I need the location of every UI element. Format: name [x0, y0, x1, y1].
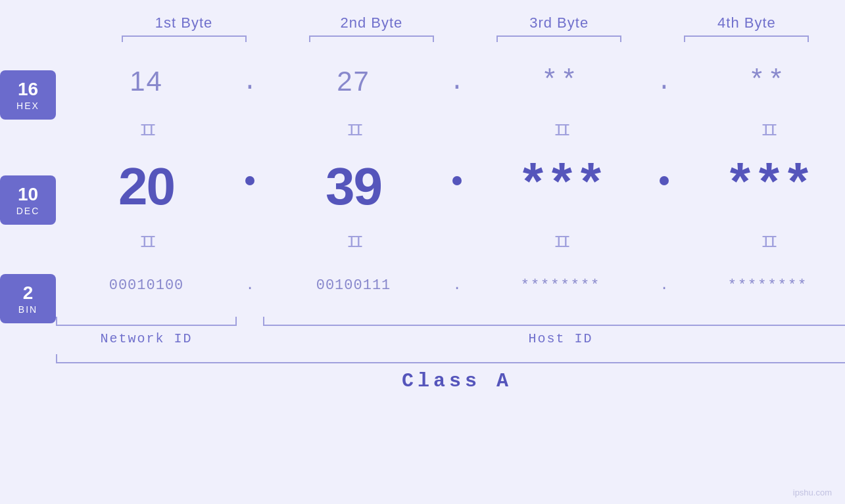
- sep3-hex: .: [651, 68, 677, 96]
- dec-badge: 10 DEC: [0, 175, 56, 225]
- host-id-bracket: [263, 317, 845, 326]
- equals-row-1: II II II II: [56, 114, 845, 147]
- bin-badge: 2 BIN: [0, 274, 56, 323]
- dec-byte2: 39: [326, 157, 381, 216]
- hex-byte4: **: [748, 66, 786, 97]
- host-id-label: Host ID: [263, 331, 845, 346]
- dec-byte3: ***: [517, 157, 604, 217]
- byte-header-3: 3rd Byte: [477, 14, 641, 32]
- hex-row: 14 . 27 . ** . **: [56, 49, 845, 114]
- sep1-bin: .: [237, 277, 263, 294]
- sep1-dec: [245, 176, 254, 185]
- hex-byte2: 27: [337, 66, 370, 97]
- dec-byte4: ***: [724, 157, 811, 217]
- dec-row: 20 39 *** ***: [56, 147, 845, 226]
- hex-badge: 16 HEX: [0, 70, 56, 120]
- class-label: Class A: [56, 370, 845, 392]
- byte-header-2: 2nd Byte: [289, 14, 453, 32]
- byte-header-1: 1st Byte: [102, 14, 266, 32]
- bin-byte2: 00100111: [316, 277, 391, 294]
- bin-byte1: 00010100: [109, 277, 184, 294]
- bin-byte3: ********: [521, 277, 601, 294]
- watermark: ipshu.com: [793, 488, 832, 497]
- id-labels-row: Network ID Host ID: [56, 331, 845, 346]
- sep1-hex: .: [237, 68, 263, 96]
- sep2-hex: .: [444, 68, 470, 96]
- network-id-bracket: [56, 317, 237, 326]
- sep3-dec: [660, 176, 669, 185]
- eq2-byte2: II: [263, 233, 444, 252]
- eq1-byte2: II: [263, 121, 444, 141]
- eq1-byte1: II: [56, 121, 237, 141]
- eq1-byte4: II: [677, 121, 845, 141]
- eq2-byte1: II: [56, 233, 237, 252]
- eq2-byte3: II: [470, 233, 651, 252]
- sep2-dec: [452, 176, 462, 185]
- eq2-byte4: II: [677, 233, 845, 252]
- bottom-bracket-row: [56, 317, 845, 326]
- bin-byte4: ********: [728, 277, 808, 294]
- sep2-bin: .: [444, 277, 470, 294]
- byte-header-4: 4th Byte: [665, 14, 829, 32]
- bin-row: 00010100 . 00100111 . ******** . *******…: [56, 259, 845, 311]
- eq1-byte3: II: [470, 121, 651, 141]
- hex-byte1: 14: [130, 66, 163, 97]
- main-container: 1st Byte 2nd Byte 3rd Byte 4th Byte 16 H…: [0, 0, 845, 504]
- sep3-bin: .: [651, 277, 677, 294]
- network-id-label: Network ID: [56, 331, 237, 346]
- dec-byte1: 20: [118, 157, 174, 216]
- equals-row-2: II II II II: [56, 226, 845, 259]
- hex-byte3: **: [541, 66, 579, 97]
- class-bracket: [56, 354, 845, 363]
